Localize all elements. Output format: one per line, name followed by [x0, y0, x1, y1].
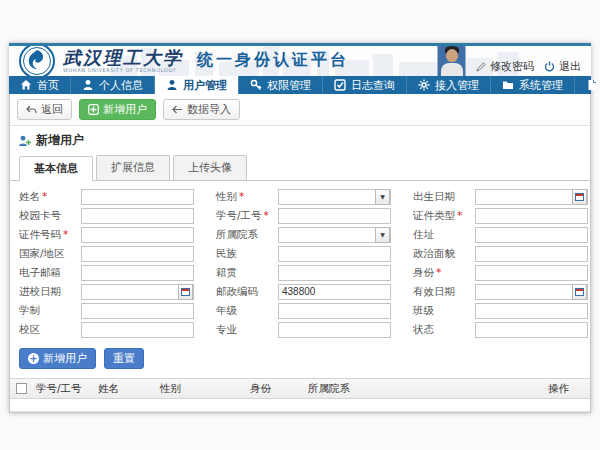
required-asterisk: *	[264, 209, 269, 221]
campus-input[interactable]	[81, 322, 194, 338]
back-button[interactable]: 返回	[17, 99, 72, 120]
form-field-class: 班级	[413, 301, 583, 320]
field-label: 有效日期	[413, 285, 475, 299]
calendar-icon[interactable]	[572, 189, 587, 205]
field-label: 民族	[216, 247, 278, 261]
table-column-header-3: 性别	[156, 382, 246, 396]
home-icon	[20, 79, 32, 91]
field-label: 所属院系	[216, 228, 278, 242]
field-label: 班级	[413, 304, 475, 318]
campus-card-input[interactable]	[81, 208, 194, 224]
folder-icon	[502, 79, 514, 91]
nav-tab-label: 权限管理	[267, 78, 311, 93]
name-input[interactable]	[81, 189, 194, 205]
field-label: 状态	[413, 323, 475, 337]
tab-1[interactable]: 基本信息	[19, 156, 93, 181]
nav-tab-4[interactable]: 权限管理	[239, 76, 323, 94]
native-place-input[interactable]	[278, 265, 391, 281]
nav-tab-1[interactable]: 首页	[9, 76, 71, 94]
field-label: 政治面貌	[413, 247, 475, 261]
user-avatar[interactable]	[437, 46, 466, 76]
class-input[interactable]	[475, 303, 588, 319]
nav-tab-label: 日志查询	[351, 78, 395, 93]
nav-tab-6[interactable]: 接入管理	[407, 76, 491, 94]
main-nav: 首页个人信息用户管理权限管理日志查询接入管理系统管理订阅管理	[9, 76, 591, 94]
major-input[interactable]	[278, 322, 391, 338]
nav-tab-7[interactable]: 系统管理	[491, 76, 575, 94]
content-area: 返回 新增用户 数据导入 新增用户	[9, 94, 591, 413]
student-id-input[interactable]	[278, 208, 391, 224]
nav-tab-3[interactable]: 用户管理	[155, 76, 239, 94]
nav-tab-label: 接入管理	[435, 78, 479, 93]
field-label: 姓名*	[19, 190, 81, 204]
field-label: 学号/工号*	[216, 209, 278, 223]
tab-2[interactable]: 扩展信息	[96, 155, 170, 180]
nav-tab-5[interactable]: 日志查询	[323, 76, 407, 94]
political-status-input[interactable]	[475, 246, 588, 262]
required-asterisk: *	[239, 190, 244, 202]
toolbar-add-user-button[interactable]: 新增用户	[79, 99, 156, 120]
field-label: 证件类型*	[413, 209, 475, 223]
field-label: 电子邮箱	[19, 266, 81, 280]
form-field-grade: 年级	[216, 301, 413, 320]
address-input[interactable]	[475, 227, 588, 243]
select-all-checkbox[interactable]	[16, 383, 27, 394]
submit-add-user-button[interactable]: + 新增用户	[19, 348, 96, 369]
school-system-input[interactable]	[81, 303, 194, 319]
country-input[interactable]	[81, 246, 194, 262]
form-field-political-status: 政治面貌	[413, 244, 583, 263]
calendar-icon[interactable]	[572, 284, 587, 300]
field-label: 校区	[19, 323, 81, 337]
nav-tab-label: 系统管理	[519, 78, 563, 93]
university-name-en: WUHAN UNIVERSITY OF TECHNOLOGY	[63, 67, 183, 73]
form-field-ethnicity: 民族	[216, 244, 413, 263]
nav-tab-label: 个人信息	[99, 78, 143, 93]
dropdown-arrow-icon[interactable]: ▼	[375, 189, 390, 205]
dropdown-arrow-icon[interactable]: ▼	[375, 227, 390, 243]
email-input[interactable]	[81, 265, 194, 281]
calendar-icon[interactable]	[178, 284, 193, 300]
field-label: 校园卡号	[19, 209, 81, 223]
data-import-button[interactable]: 数据导入	[163, 99, 240, 120]
plus-circle-icon: +	[28, 353, 39, 364]
form-actions: + 新增用户 重置	[10, 341, 590, 377]
users-table-empty-body	[10, 399, 590, 412]
required-asterisk: *	[42, 190, 47, 202]
users-table-header: 学号/工号姓名性别身份所属院系操作	[10, 379, 590, 399]
form-field-country: 国家/地区	[19, 244, 216, 263]
logout-link[interactable]: 退出	[544, 59, 581, 76]
section-title: 新增用户	[36, 132, 84, 149]
power-icon	[544, 61, 555, 72]
table-column-header-4: 身份	[246, 382, 304, 396]
university-logo	[19, 46, 55, 76]
tab-3[interactable]: 上传头像	[173, 155, 247, 180]
back-arrow-icon	[26, 105, 37, 114]
page-header: 武汉理工大学 WUHAN UNIVERSITY OF TECHNOLOGY 统一…	[9, 46, 591, 76]
new-user-icon	[18, 135, 31, 147]
postal-code-input[interactable]	[278, 284, 391, 300]
nav-tab-2[interactable]: 个人信息	[71, 76, 155, 94]
file-icon	[586, 79, 598, 91]
import-arrow-icon	[172, 105, 183, 114]
table-column-header-5: 所属院系	[304, 382, 544, 396]
nav-tab-8[interactable]: 订阅管理	[575, 76, 600, 94]
section-title-row: 新增用户	[10, 126, 590, 152]
form-field-birth-date: 出生日期	[413, 187, 583, 206]
grade-input[interactable]	[278, 303, 391, 319]
identity-input[interactable]	[475, 265, 588, 281]
nav-tab-label: 用户管理	[183, 78, 227, 93]
gear-icon	[418, 79, 430, 91]
id-type-input[interactable]	[475, 208, 588, 224]
reset-button[interactable]: 重置	[104, 348, 144, 369]
change-password-link[interactable]: 修改密码	[476, 59, 534, 76]
status-input[interactable]	[475, 322, 588, 338]
field-label: 籍贯	[216, 266, 278, 280]
ethnicity-input[interactable]	[278, 246, 391, 262]
id-number-input[interactable]	[81, 227, 194, 243]
field-label: 出生日期	[413, 190, 475, 204]
toolbar: 返回 新增用户 数据导入	[10, 94, 590, 126]
form-field-department: 所属院系▼	[216, 225, 413, 244]
table-column-header-2: 姓名	[94, 382, 156, 396]
app-window: 武汉理工大学 WUHAN UNIVERSITY OF TECHNOLOGY 统一…	[9, 43, 591, 413]
platform-title: 统一身份认证平台	[197, 50, 349, 71]
